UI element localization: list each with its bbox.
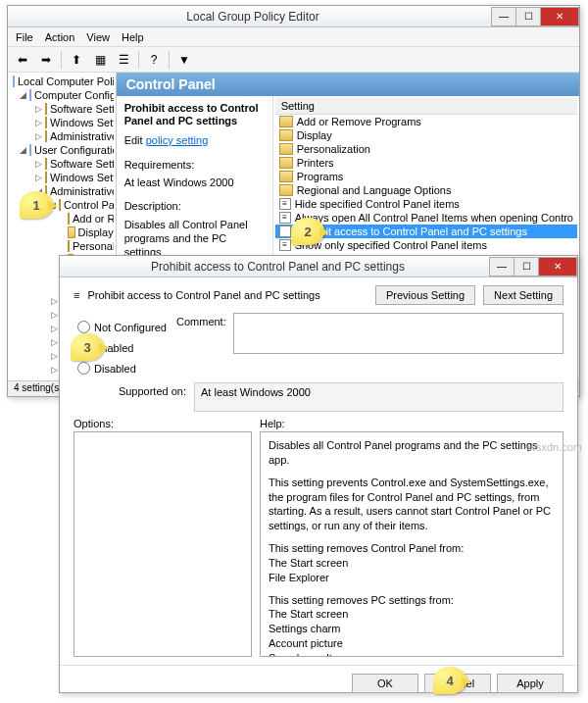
section-header: Control Panel	[117, 73, 579, 96]
ok-button[interactable]: OK	[352, 674, 418, 693]
options-pane[interactable]	[74, 431, 252, 657]
radio-not-configured[interactable]: Not Configured	[77, 321, 167, 333]
setting-icon: ≡	[279, 198, 291, 210]
previous-setting-button[interactable]: Previous Setting	[375, 285, 475, 305]
list-item[interactable]: Regional and Language Options	[275, 183, 577, 197]
tree-cc[interactable]: Computer Configuration	[34, 89, 114, 101]
list-item[interactable]: Add or Remove Programs	[275, 115, 577, 128]
list-item[interactable]: Programs	[275, 170, 577, 183]
setting-title: Prohibit access to Control Panel and PC …	[124, 102, 265, 127]
help-button[interactable]: ?	[143, 49, 165, 71]
computer-icon	[29, 89, 31, 101]
tree-root[interactable]: Local Computer Policy	[18, 75, 114, 87]
column-header[interactable]: Setting	[275, 98, 577, 115]
tree-control-panel[interactable]: Control Panel	[64, 199, 114, 211]
menu-action[interactable]: Action	[45, 31, 75, 43]
menubar: File Action View Help	[8, 27, 579, 47]
help-label: Help:	[260, 418, 285, 429]
policy-dialog: Prohibit access to Control Panel and PC …	[59, 255, 578, 693]
close-button[interactable]: ✕	[540, 7, 579, 26]
folder-icon	[45, 103, 47, 115]
tree-item[interactable]: Display	[78, 226, 114, 238]
folder-icon	[68, 226, 75, 238]
dialog-titlebar[interactable]: Prohibit access to Control Panel and PC …	[60, 256, 577, 277]
folder-icon	[279, 157, 293, 169]
callout-4: 4	[433, 667, 466, 694]
menu-view[interactable]: View	[86, 31, 110, 43]
setting-icon: ≡	[279, 212, 291, 224]
folder-icon	[279, 116, 293, 127]
folder-icon	[45, 172, 47, 183]
toolbar: ⬅ ➡ ⬆ ▦ ☰ ? ▼	[8, 47, 579, 73]
maximize-button[interactable]: ☐	[515, 7, 541, 26]
callout-3: 3	[71, 333, 104, 361]
user-icon	[29, 144, 31, 156]
requirements-label: Requirements:	[124, 158, 265, 172]
help-text: This setting prevents Control.exe and Sy…	[269, 476, 555, 533]
tree-item[interactable]: Software Settings	[50, 158, 114, 170]
menu-help[interactable]: Help	[122, 31, 144, 43]
options-label: Options:	[74, 418, 260, 429]
folder-icon	[45, 130, 47, 142]
apply-button[interactable]: Apply	[497, 674, 564, 693]
watermark: wsxdn.com	[528, 441, 582, 453]
close-button[interactable]: ✕	[538, 257, 577, 276]
policy-icon	[13, 75, 15, 87]
tree-item[interactable]: Add or Remov	[73, 213, 114, 225]
tree-item[interactable]: Windows Settings	[50, 117, 114, 128]
maximize-button[interactable]: ☐	[514, 257, 539, 276]
policy-setting-link[interactable]: policy setting	[146, 134, 209, 146]
forward-button[interactable]: ➡	[35, 49, 57, 71]
folder-icon	[45, 158, 47, 170]
radio-disabled[interactable]: Disabled	[77, 362, 167, 375]
comment-textarea[interactable]	[233, 313, 564, 354]
show-hide-button[interactable]: ▦	[89, 49, 111, 71]
tree-item[interactable]: Administrative Templ	[50, 185, 114, 197]
list-item[interactable]: Printers	[275, 156, 577, 170]
titlebar[interactable]: Local Group Policy Editor — ☐ ✕	[8, 6, 579, 27]
filter-button[interactable]: ▼	[173, 49, 195, 71]
folder-icon	[279, 129, 293, 141]
next-setting-button[interactable]: Next Setting	[483, 285, 564, 305]
dialog-title: Prohibit access to Control Panel and PC …	[66, 260, 490, 274]
tree-uc[interactable]: User Configuration	[34, 144, 114, 156]
tree-item[interactable]: Software Settings	[50, 103, 114, 115]
help-text: This setting removes PC settings from: T…	[269, 593, 555, 657]
folder-icon	[279, 143, 293, 155]
help-text: Disables all Control Panel programs and …	[269, 438, 555, 468]
minimize-button[interactable]: —	[491, 7, 516, 26]
help-pane[interactable]: Disables all Control Panel programs and …	[260, 431, 564, 657]
callout-1: 1	[20, 191, 53, 219]
help-text: This setting removes Control Panel from:…	[269, 541, 555, 585]
folder-icon	[45, 117, 47, 128]
list-item[interactable]: ≡Hide specified Control Panel items	[275, 197, 577, 211]
setting-icon: ≡	[279, 239, 291, 251]
supported-label: Supported on:	[74, 382, 186, 412]
folder-icon	[279, 171, 293, 182]
description-text: Disables all Control Panel programs and …	[124, 218, 265, 260]
comment-label: Comment:	[176, 313, 225, 354]
edit-label: Edit	[124, 134, 143, 146]
folder-icon	[279, 184, 293, 196]
folder-icon	[68, 240, 70, 252]
tree-item[interactable]: Personalizatio	[73, 240, 114, 252]
up-button[interactable]: ⬆	[66, 49, 87, 71]
list-item[interactable]: Personalization	[275, 142, 577, 156]
minimize-button[interactable]: —	[489, 257, 514, 276]
folder-icon	[68, 213, 70, 225]
tree-item[interactable]: Windows Settings	[50, 172, 114, 183]
dialog-subtitle: Prohibit access to Control Panel and PC …	[87, 289, 368, 301]
menu-file[interactable]: File	[16, 31, 33, 43]
callout-2: 2	[291, 218, 324, 245]
window-title: Local Group Policy Editor	[14, 10, 492, 24]
requirements-value: At least Windows 2000	[124, 176, 265, 189]
description-label: Description:	[124, 199, 265, 213]
properties-button[interactable]: ☰	[113, 49, 134, 71]
supported-value: At least Windows 2000	[194, 382, 564, 412]
tree-item[interactable]: Administrative Templ	[50, 130, 114, 142]
back-button[interactable]: ⬅	[12, 49, 33, 71]
setting-icon: ≡	[279, 226, 291, 237]
list-item[interactable]: Display	[275, 128, 577, 142]
setting-icon: ≡	[74, 289, 79, 301]
